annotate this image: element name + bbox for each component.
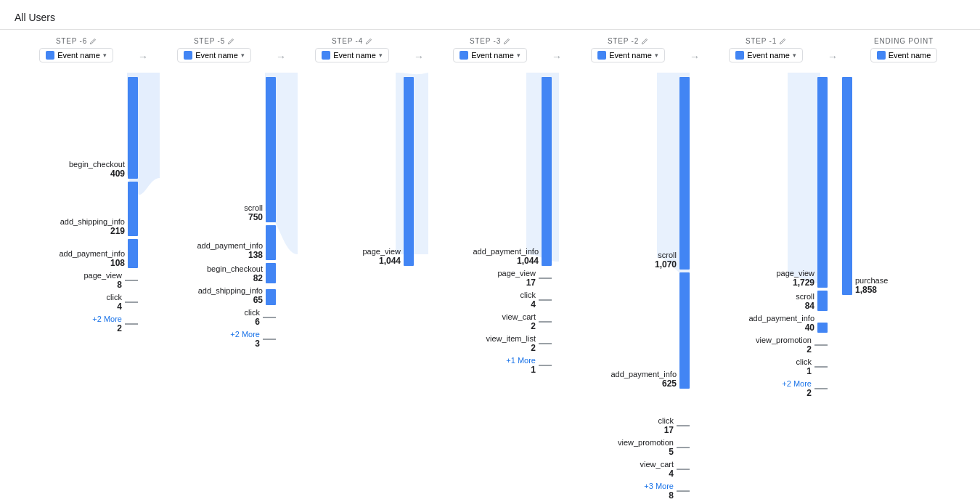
step2-column: scroll 1,070 add_payment_info 625 [566, 71, 690, 501]
list-item: +2 More 2 [704, 379, 828, 398]
list-item: click 4 [428, 291, 552, 309]
step1-label: STEP -1 [746, 37, 786, 45]
event-name: scroll [796, 292, 814, 301]
list-item: view_promotion 5 [566, 438, 690, 457]
more-link[interactable]: +2 More [782, 379, 812, 388]
step4-events: page_view 1,044 [290, 71, 414, 266]
event-count: 1,858 [855, 285, 888, 295]
dash-line [125, 301, 138, 303]
event-count: 6 [245, 317, 260, 327]
event-count: 82 [207, 273, 263, 283]
event-count: 5 [618, 447, 674, 457]
step4-header: STEP -4 Event name ▾ [290, 37, 414, 62]
list-item: +3 More 8 [566, 482, 690, 501]
list-item: view_cart 2 [428, 312, 552, 331]
step2-label: STEP -2 [608, 37, 648, 45]
ending-column: purchase 1,858 [842, 71, 965, 295]
list-item: scroll 1,070 [566, 77, 690, 270]
arrow5: → [690, 38, 704, 62]
step2-event-selector[interactable]: Event name ▾ [591, 48, 665, 62]
event-name: add_payment_info [197, 241, 263, 250]
dash-line [125, 323, 138, 325]
dash-line [677, 425, 690, 426]
event-count: 750 [244, 212, 263, 222]
more-link[interactable]: +2 More [92, 315, 122, 323]
event-name: view_cart [640, 460, 674, 469]
cursor-icon [597, 51, 606, 60]
event-bar [842, 77, 852, 295]
step6-event-selector[interactable]: Event name ▾ [39, 48, 113, 62]
dash-line [539, 321, 552, 323]
event-name: add_payment_info [59, 249, 125, 258]
list-item: scroll 84 [704, 291, 828, 311]
cursor-icon [322, 51, 330, 60]
step5-events: scroll 750 add_payment_info 138 [152, 71, 276, 349]
chevron-down-icon: ▾ [241, 52, 245, 59]
event-name: add_shipping_info [60, 217, 125, 226]
event-count: 1,729 [776, 278, 814, 288]
chevron-down-icon: ▾ [379, 52, 383, 59]
list-item: scroll 750 [152, 77, 276, 222]
arrow6: → [828, 38, 842, 62]
list-item: purchase 1,858 [842, 77, 888, 295]
ending-event-selector[interactable]: Event name [870, 48, 938, 62]
more-link[interactable]: +2 More [230, 330, 260, 339]
list-item: +2 More 2 [15, 315, 138, 333]
event-bar [266, 225, 276, 260]
dash-line [263, 339, 276, 340]
edit-icon[interactable] [89, 38, 97, 45]
event-name: click [107, 293, 122, 301]
more-link[interactable]: +3 More [644, 482, 674, 490]
edit-icon[interactable] [779, 38, 786, 45]
ending-header: ENDING POINT Event name [842, 37, 965, 62]
event-name: page_view [497, 269, 536, 278]
event-name: click [796, 357, 812, 366]
event-bar [404, 77, 414, 266]
event-name: view_cart [502, 312, 536, 321]
event-name: scroll [655, 251, 677, 259]
edit-icon[interactable] [641, 38, 648, 45]
step6-events: begin_checkout 409 add_shipping_info 219 [15, 71, 138, 333]
list-item: click 6 [152, 308, 276, 327]
more-link[interactable]: +1 More [506, 356, 536, 365]
funnel-chart-body: begin_checkout 409 add_shipping_info 219 [7, 65, 973, 502]
edit-icon[interactable] [503, 38, 510, 45]
event-name: click [658, 416, 674, 425]
event-name: purchase [855, 276, 888, 285]
event-count: 625 [611, 378, 677, 389]
list-item: add_payment_info 1,044 [428, 77, 552, 266]
list-item: view_promotion 2 [704, 336, 828, 355]
step4-event-selector[interactable]: Event name ▾ [315, 48, 389, 62]
list-item: click 1 [704, 357, 828, 376]
step1-header: STEP -1 Event name ▾ [704, 37, 828, 62]
step2-header: STEP -2 Event name ▾ [566, 37, 690, 62]
event-count: 4 [640, 469, 674, 479]
step2-events: scroll 1,070 add_payment_info 625 [566, 71, 690, 501]
event-bar [266, 77, 276, 222]
cursor-icon [46, 51, 54, 60]
event-name: click [245, 308, 260, 317]
event-name: page_view [362, 247, 401, 256]
list-item: click 17 [566, 416, 690, 435]
step1-event-selector[interactable]: Event name ▾ [729, 48, 803, 62]
dash-line [677, 469, 690, 470]
event-name: click [520, 291, 536, 299]
dash-line [814, 344, 828, 346]
edit-icon[interactable] [365, 38, 372, 45]
dash-line [539, 343, 552, 344]
step3-header: STEP -3 Event name ▾ [428, 37, 552, 62]
step5-event-selector[interactable]: Event name ▾ [177, 48, 251, 62]
event-count: 2 [782, 388, 812, 398]
event-count: 84 [796, 301, 814, 311]
step3-event-selector[interactable]: Event name ▾ [453, 48, 527, 62]
event-bar [128, 239, 138, 268]
step6-label: STEP -6 [56, 37, 97, 45]
edit-icon[interactable] [227, 38, 234, 45]
event-count: 2 [486, 343, 536, 353]
dash-line [125, 280, 138, 281]
event-count: 1 [506, 365, 536, 375]
event-bar [128, 182, 138, 236]
dash-line [814, 366, 828, 368]
list-item: view_item_list 2 [428, 334, 552, 353]
event-bar [679, 77, 690, 270]
